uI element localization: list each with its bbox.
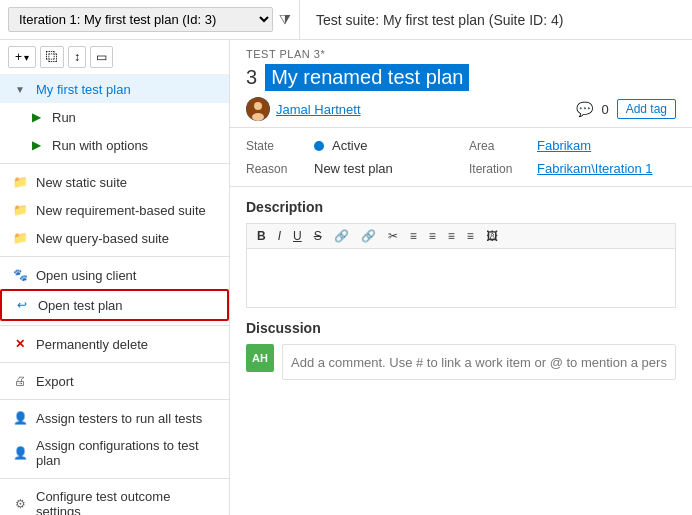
- sidebar-item-export[interactable]: 🖨 Export: [0, 367, 229, 395]
- cut-button[interactable]: ✂: [384, 228, 402, 244]
- add-tag-button[interactable]: Add tag: [617, 99, 676, 119]
- iteration-value[interactable]: Fabrikam\Iteration 1: [537, 161, 653, 176]
- area-field-row: Area Fabrikam: [469, 136, 676, 155]
- sidebar-item-open-client[interactable]: 🐾 Open using client: [0, 261, 229, 289]
- author-name[interactable]: Jamal Hartnett: [276, 102, 361, 117]
- comment-bubble-icon: 💬: [576, 101, 593, 117]
- sidebar-item-assign-testers-label: Assign testers to run all tests: [36, 411, 202, 426]
- sidebar-item-new-query-suite[interactable]: 📁 New query-based suite: [0, 224, 229, 252]
- folder-icon-1: 📁: [12, 174, 28, 190]
- description-title: Description: [246, 199, 676, 215]
- italic-button[interactable]: I: [274, 228, 285, 244]
- iteration-field-row: Iteration Fabrikam\Iteration 1: [469, 159, 676, 178]
- configs-icon: 👤: [12, 445, 28, 461]
- folder-icon-3: 📁: [12, 230, 28, 246]
- link2-button[interactable]: 🔗: [357, 228, 380, 244]
- fields-grid: State Active Area Fabrikam Reason New te…: [246, 136, 676, 178]
- left-toolbar: + ▾ ⿻ ↕ ▭: [0, 40, 229, 75]
- divider-6: [0, 478, 229, 479]
- discussion-section: Discussion AH: [246, 320, 676, 380]
- sidebar-item-configure-label: Configure test outcome settings: [36, 489, 217, 515]
- image-button[interactable]: 🖼: [482, 228, 502, 244]
- discussion-title: Discussion: [246, 320, 676, 336]
- sidebar-item-label: My first test plan: [36, 82, 131, 97]
- sidebar-item-delete-label: Permanently delete: [36, 337, 148, 352]
- sidebar-item-open-plan-label: Open test plan: [38, 298, 123, 313]
- move-icon-btn[interactable]: ↕: [68, 46, 86, 68]
- collapse-arrow-icon: ▼: [12, 81, 28, 97]
- plan-name-selected[interactable]: My renamed test plan: [265, 64, 469, 91]
- sidebar-item-my-first-test-plan[interactable]: ▼ My first test plan: [0, 75, 229, 103]
- plus-icon: +: [15, 50, 22, 64]
- area-label: Area: [469, 139, 529, 153]
- comment-input[interactable]: [282, 344, 676, 380]
- author-info: Jamal Hartnett: [246, 97, 361, 121]
- list1-button[interactable]: ≡: [406, 228, 421, 244]
- sidebar-item-export-label: Export: [36, 374, 74, 389]
- sidebar-item-open-client-label: Open using client: [36, 268, 136, 283]
- sidebar-item-run-label: Run: [52, 110, 76, 125]
- description-content[interactable]: [246, 248, 676, 308]
- client-icon: 🐾: [12, 267, 28, 283]
- fields-section: State Active Area Fabrikam Reason New te…: [230, 128, 692, 187]
- author-row: Jamal Hartnett 💬 0 Add tag: [246, 97, 676, 121]
- list2-button[interactable]: ≡: [425, 228, 440, 244]
- testers-icon: 👤: [12, 410, 28, 426]
- sidebar-item-new-static-suite[interactable]: 📁 New static suite: [0, 168, 229, 196]
- svg-point-1: [254, 102, 262, 110]
- run-options-icon: ▶: [28, 137, 44, 153]
- discussion-input-row: AH: [246, 344, 676, 380]
- link-button[interactable]: 🔗: [330, 228, 353, 244]
- sidebar-item-new-query-label: New query-based suite: [36, 231, 169, 246]
- gear-icon: ⚙: [12, 496, 28, 512]
- iteration-dropdown[interactable]: Iteration 1: My first test plan (Id: 3): [8, 7, 273, 32]
- print-icon: 🖨: [12, 373, 28, 389]
- divider-5: [0, 399, 229, 400]
- iteration-label: Iteration: [469, 162, 529, 176]
- delete-icon: ✕: [12, 336, 28, 352]
- sidebar-item-assign-configs[interactable]: 👤 Assign configurations to test plan: [0, 432, 229, 474]
- sidebar-item-new-req-label: New requirement-based suite: [36, 203, 206, 218]
- underline-button[interactable]: U: [289, 228, 306, 244]
- area-value[interactable]: Fabrikam: [537, 138, 591, 153]
- run-icon: ▶: [28, 109, 44, 125]
- comment-count: 0: [601, 102, 608, 117]
- content-area: Description B I U S 🔗 🔗 ✂ ≡ ≡ ≡ ≡ 🖼 Disc…: [230, 187, 692, 515]
- description-toolbar: B I U S 🔗 🔗 ✂ ≡ ≡ ≡ ≡ 🖼: [246, 223, 676, 248]
- plan-label-text: TEST PLAN 3*: [246, 48, 676, 60]
- strikethrough-button[interactable]: S: [310, 228, 326, 244]
- sidebar-item-delete[interactable]: ✕ Permanently delete: [0, 330, 229, 358]
- collapse-icon-btn[interactable]: ▭: [90, 46, 113, 68]
- discussion-avatar: AH: [246, 344, 274, 372]
- plan-name-row: 3 My renamed test plan: [246, 64, 676, 91]
- menu-items-list: ▼ My first test plan ▶ Run ▶ Run with op…: [0, 75, 229, 515]
- sidebar-item-assign-testers[interactable]: 👤 Assign testers to run all tests: [0, 404, 229, 432]
- list4-button[interactable]: ≡: [463, 228, 478, 244]
- sidebar-item-run-options-label: Run with options: [52, 138, 148, 153]
- avatar: [246, 97, 270, 121]
- add-dropdown-arrow: ▾: [24, 52, 29, 63]
- sidebar-item-configure-outcome[interactable]: ⚙ Configure test outcome settings: [0, 483, 229, 515]
- avatar-image: [246, 97, 270, 121]
- suite-title-text: Test suite: My first test plan (Suite ID…: [300, 12, 579, 28]
- sidebar-item-new-req-suite[interactable]: 📁 New requirement-based suite: [0, 196, 229, 224]
- sidebar-item-open-test-plan[interactable]: ↩ Open test plan: [0, 289, 229, 321]
- state-value: Active: [332, 138, 367, 153]
- sidebar-item-run[interactable]: ▶ Run: [0, 103, 229, 131]
- list3-button[interactable]: ≡: [444, 228, 459, 244]
- divider-2: [0, 256, 229, 257]
- copy-icon-btn[interactable]: ⿻: [40, 46, 64, 68]
- iteration-selector: Iteration 1: My first test plan (Id: 3) …: [0, 0, 300, 39]
- divider-4: [0, 362, 229, 363]
- add-button[interactable]: + ▾: [8, 46, 36, 68]
- divider-3: [0, 325, 229, 326]
- reason-field-row: Reason New test plan: [246, 159, 453, 178]
- sidebar-item-new-static-label: New static suite: [36, 175, 127, 190]
- main-layout: + ▾ ⿻ ↕ ▭ ▼ My first test plan ▶ Run ▶ R…: [0, 40, 692, 515]
- bold-button[interactable]: B: [253, 228, 270, 244]
- reason-value: New test plan: [314, 161, 393, 176]
- filter-icon[interactable]: ⧩: [279, 11, 291, 28]
- top-bar: Iteration 1: My first test plan (Id: 3) …: [0, 0, 692, 40]
- svg-point-2: [252, 113, 264, 121]
- sidebar-item-run-with-options[interactable]: ▶ Run with options: [0, 131, 229, 159]
